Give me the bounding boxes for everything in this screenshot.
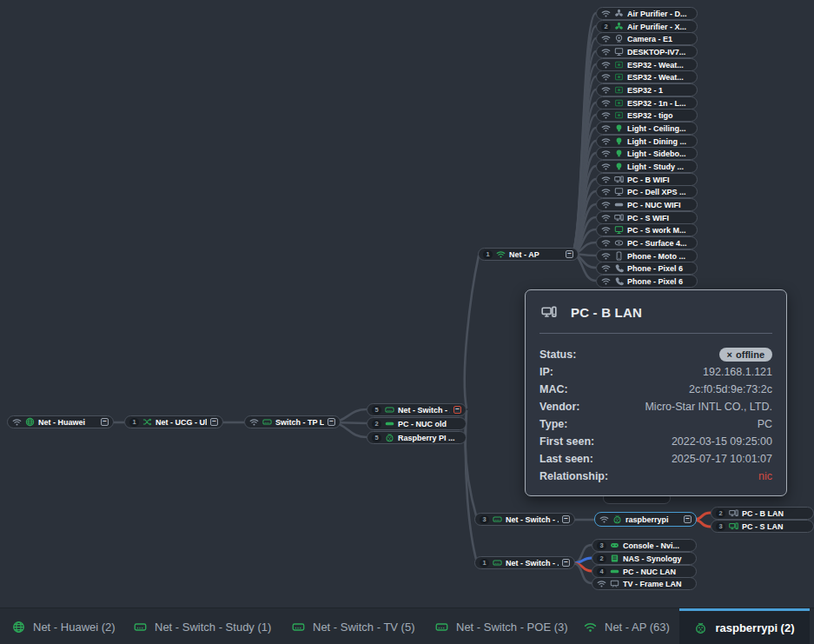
group-tab-label: Net - Switch - TV (5) (313, 621, 415, 634)
connection-count-badge: 5 (372, 406, 381, 415)
node-label: PC - S WIFI (627, 214, 692, 222)
ap-device-pill[interactable]: PC - Dell XPS ... (596, 185, 698, 198)
wifi-icon (249, 417, 259, 427)
panel-row-label: First seen: (539, 435, 594, 448)
node-nas[interactable]: 2 NAS - Synology (592, 552, 697, 565)
collapse-button[interactable]: − (562, 559, 570, 567)
collapse-button[interactable]: − (566, 250, 573, 258)
wifi-icon (601, 238, 611, 248)
ap-device-pill[interactable]: Camera - E1 (596, 32, 698, 45)
group-tab[interactable]: Net - Huawei (2) (7, 608, 121, 644)
node-label: PC - Dell XPS ... (627, 188, 692, 196)
ap-device-pill[interactable]: ESP32 - tigo (596, 109, 698, 122)
group-tab[interactable]: raspberrypi (2) (679, 608, 810, 644)
bulb-icon (614, 123, 624, 133)
collapse-button[interactable]: − (328, 418, 335, 426)
panel-row-value: 2c:f0:5d:9e:73:2c (689, 383, 772, 395)
node-net-switch-top[interactable]: 5 Net - Switch - ... − (367, 403, 467, 416)
collapse-button[interactable]: − (210, 418, 218, 426)
ap-device-pill[interactable]: Light - Study ... (596, 160, 698, 173)
connection-count-badge: 2 (597, 554, 606, 563)
node-pc-nuc-old[interactable]: 2 PC - NUC old (367, 417, 467, 430)
node-raspberry-pi[interactable]: 5 Raspberry PI ... (367, 431, 467, 444)
node-raspberrypi-selected[interactable]: raspberrypi − (594, 512, 697, 527)
ap-device-pill[interactable]: Light - Ceiling... (596, 122, 698, 135)
wifi-icon (584, 621, 597, 634)
collapse-button[interactable]: − (101, 418, 109, 426)
webcam-icon (614, 34, 624, 43)
group-tab-label: Net - AP (63) (605, 621, 670, 634)
group-tab[interactable]: Net - AP (63) (579, 608, 675, 644)
ap-device-pill[interactable]: DESKTOP-IV7... (596, 45, 698, 58)
node-tv-frame-lan[interactable]: TV - Frame LAN (592, 577, 697, 590)
node-label: Phone - Pixel 6 (627, 277, 692, 286)
node-console[interactable]: 3 Console - Nvi... (592, 539, 697, 552)
ap-device-pill[interactable]: Light - Sidebo... (596, 147, 698, 160)
panel-row: First seen:2022-03-15 09:25:00 (539, 433, 772, 450)
node-label: Camera - E1 (627, 35, 692, 43)
handset-icon (614, 276, 624, 286)
ap-device-pill[interactable]: Light - Dining ... (596, 135, 698, 148)
ap-device-pill[interactable]: PC - B WIFI (596, 173, 698, 186)
node-net-ucg[interactable]: 1 Net - UCG - Ul... − (124, 415, 223, 428)
panel-rows: Status:×offlineIP:192.168.1.121MAC:2c:f0… (539, 346, 772, 485)
node-net-switch-mid[interactable]: 3 Net - Switch - ... − (474, 513, 575, 526)
group-tab[interactable]: Net - Switch - Study (1) (129, 608, 276, 644)
node-switch-tplink[interactable]: Switch - TP Li... − (244, 415, 341, 428)
ap-device-pill[interactable]: Air Purifier - D... (596, 7, 698, 20)
nuc-icon (614, 200, 624, 209)
collapse-button[interactable]: − (453, 406, 461, 414)
nuc-icon (610, 567, 619, 576)
connection-count-badge: 3 (480, 515, 489, 524)
wifi-icon (601, 98, 611, 108)
ap-device-pill[interactable]: ESP32 - Weat... (596, 58, 698, 71)
node-label: PC - S LAN (742, 522, 809, 531)
node-net-switch-bot[interactable]: 1 Net - Switch - ... − (474, 556, 575, 569)
node-label: Console - Nvi... (623, 541, 692, 550)
panel-row: Relationship:nic (539, 468, 772, 485)
switch-icon (493, 558, 502, 568)
node-net-huawei[interactable]: Net - Huawei − (7, 415, 114, 428)
wifi-icon (601, 225, 611, 235)
node-label: ESP32 - Weat... (627, 61, 692, 70)
ap-device-pill[interactable]: ESP32 - Weat... (596, 70, 698, 83)
chip-icon (614, 60, 624, 70)
ap-device-pill[interactable]: Phone - Pixel 6 (596, 275, 698, 288)
node-label: raspberrypi (625, 515, 680, 524)
network-map-app: Net - Huawei − 1 Net - UCG - Ul... − Swi… (0, 0, 814, 644)
node-label: PC - NUC WIFI (627, 201, 692, 209)
node-pc-nuc-lan[interactable]: 4 PC - NUC LAN (592, 565, 697, 578)
fan-icon (614, 9, 624, 18)
ap-device-pill[interactable]: ESP32 - 1 (596, 83, 698, 96)
panel-row: MAC:2c:f0:5d:9e:73:2c (539, 381, 772, 398)
monitor-icon (614, 187, 624, 196)
ap-device-pill[interactable]: Phone - Pixel 6 (596, 262, 698, 275)
wifi-icon (601, 72, 611, 82)
ap-device-pill[interactable]: PC - S work M... (596, 223, 698, 236)
switch-icon (292, 621, 305, 634)
group-tab-label: Net - Huawei (2) (33, 621, 116, 634)
wifi-icon (601, 136, 611, 146)
collapse-button[interactable]: − (562, 515, 570, 523)
node-label: ESP32 - tigo (627, 111, 692, 120)
ap-device-pill[interactable]: PC - S WIFI (596, 211, 698, 224)
close-icon: × (727, 349, 732, 360)
node-pc-b-lan[interactable]: 2 PC - B LAN (711, 507, 814, 520)
panel-row-value: ×offline (719, 348, 772, 362)
collapse-button[interactable]: − (684, 515, 692, 523)
pc-icon (614, 213, 624, 222)
ap-device-pill[interactable]: PC - Surface 4... (596, 236, 698, 249)
ap-device-pill[interactable]: ESP32 - 1n - L... (596, 96, 698, 110)
node-pc-s-lan[interactable]: 3 PC - S LAN (711, 520, 814, 533)
node-label: Net - Switch - ... (506, 515, 559, 524)
phone-icon (614, 251, 624, 261)
group-tab[interactable]: Net - Switch - POE (3) (430, 608, 573, 644)
wifi-icon (601, 85, 611, 95)
ap-device-pill[interactable]: PC - NUC WIFI (596, 198, 698, 211)
pc-icon (729, 508, 738, 518)
ap-device-pill[interactable]: Phone - Moto ... (596, 249, 698, 262)
group-tab[interactable]: Net - Switch - TV (5) (287, 608, 420, 644)
wifi-icon (496, 249, 506, 259)
node-net-ap[interactable]: 1 Net - AP − (478, 248, 579, 261)
ap-device-pill[interactable]: 2Air Purifier - X... (596, 20, 698, 33)
